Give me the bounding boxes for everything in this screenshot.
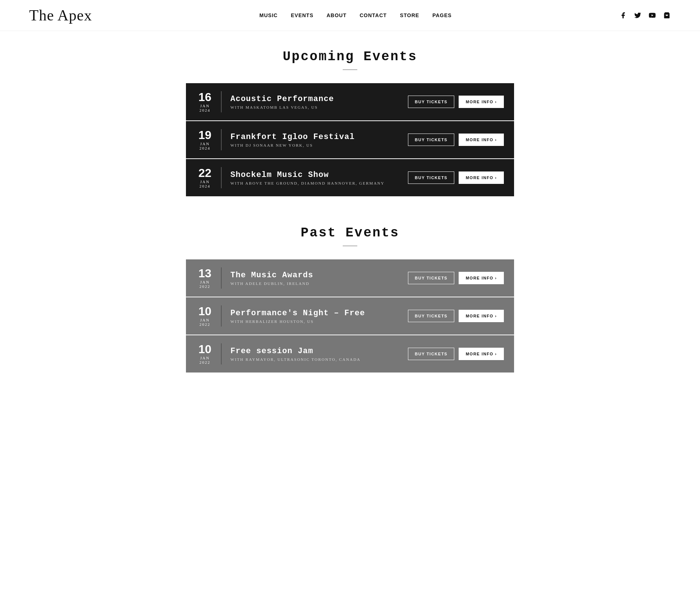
event-row: 22 JAN 2024 Shockelm Music Show WITH ABO… bbox=[186, 159, 514, 196]
more-info-button[interactable]: MORE INFO › bbox=[459, 310, 504, 322]
event-day: 10 bbox=[198, 343, 211, 355]
buy-tickets-button[interactable]: BUY TICKETS bbox=[408, 134, 455, 146]
event-subtitle: WITH ABOVE THE GROUND, DIAMOND HANNOVER,… bbox=[230, 181, 408, 185]
buy-tickets-button[interactable]: BUY TICKETS bbox=[408, 310, 455, 322]
event-title: Acoustic Performance bbox=[230, 94, 408, 104]
event-info: Frankfort Igloo Festival WITH DJ SONAAR … bbox=[230, 132, 408, 147]
nav-item-contact[interactable]: CONTACT bbox=[360, 12, 387, 18]
event-year: 2024 bbox=[199, 108, 210, 112]
more-info-button[interactable]: MORE INFO › bbox=[459, 171, 504, 184]
event-month: JAN bbox=[200, 142, 210, 146]
nav-item-music[interactable]: MUSIC bbox=[260, 12, 278, 18]
event-subtitle: WITH RAYMAYOR, ULTRASONIC TORONTO, CANAD… bbox=[230, 357, 408, 362]
event-subtitle: WITH ADELE DUBLIN, IRELAND bbox=[230, 281, 408, 286]
event-date: 10 JAN 2022 bbox=[196, 343, 222, 364]
event-actions: BUY TICKETS MORE INFO › bbox=[408, 348, 504, 360]
event-year: 2024 bbox=[199, 184, 210, 188]
event-info: Acoustic Performance WITH MASKATOMB LAS … bbox=[230, 94, 408, 109]
event-day: 13 bbox=[198, 267, 211, 279]
event-date: 13 JAN 2022 bbox=[196, 267, 222, 289]
youtube-icon[interactable] bbox=[648, 11, 656, 19]
event-year: 2024 bbox=[199, 146, 210, 150]
event-row: 10 JAN 2022 Performance's Night – Free W… bbox=[186, 297, 514, 335]
event-subtitle: WITH HERBALIZER HOUSTON, US bbox=[230, 319, 408, 324]
past-divider bbox=[343, 246, 357, 246]
event-title: Shockelm Music Show bbox=[230, 170, 408, 180]
event-actions: BUY TICKETS MORE INFO › bbox=[408, 171, 504, 184]
more-info-button[interactable]: MORE INFO › bbox=[459, 272, 504, 284]
event-date: 16 JAN 2024 bbox=[196, 91, 222, 112]
event-info: Shockelm Music Show WITH ABOVE THE GROUN… bbox=[230, 170, 408, 185]
facebook-icon[interactable] bbox=[619, 11, 627, 19]
nav-item-events[interactable]: EVENTS bbox=[291, 12, 314, 18]
buy-tickets-button[interactable]: BUY TICKETS bbox=[408, 348, 455, 360]
event-year: 2022 bbox=[199, 284, 210, 289]
buy-tickets-button[interactable]: BUY TICKETS bbox=[408, 272, 455, 284]
more-info-button[interactable]: MORE INFO › bbox=[459, 348, 504, 360]
event-day: 22 bbox=[198, 167, 211, 179]
event-month: JAN bbox=[200, 180, 210, 184]
event-month: JAN bbox=[200, 104, 210, 108]
main-content: Upcoming Events 16 JAN 2024 Acoustic Per… bbox=[179, 31, 521, 424]
event-subtitle: WITH DJ SONAAR NEW YORK, US bbox=[230, 143, 408, 147]
event-date: 19 JAN 2024 bbox=[196, 129, 222, 150]
past-events-section: Past Events 13 JAN 2022 The Music Awards… bbox=[186, 225, 514, 373]
event-month: JAN bbox=[200, 280, 210, 284]
event-year: 2022 bbox=[199, 322, 210, 327]
event-actions: BUY TICKETS MORE INFO › bbox=[408, 272, 504, 284]
event-info: Free session Jam WITH RAYMAYOR, ULTRASON… bbox=[230, 347, 408, 362]
past-events-title: Past Events bbox=[186, 225, 514, 240]
event-title: Performance's Night – Free bbox=[230, 309, 408, 318]
event-day: 16 bbox=[198, 91, 211, 103]
event-subtitle: WITH MASKATOMB LAS VEGAS, US bbox=[230, 105, 408, 109]
nav-item-store[interactable]: STORE bbox=[400, 12, 419, 18]
event-day: 10 bbox=[198, 305, 211, 317]
nav-item-about[interactable]: ABOUT bbox=[327, 12, 347, 18]
more-info-button[interactable]: MORE INFO › bbox=[459, 96, 504, 108]
event-month: JAN bbox=[200, 318, 210, 322]
cart-icon[interactable] bbox=[663, 11, 671, 19]
main-nav: MUSICEVENTSABOUTCONTACTSTOREPAGES bbox=[260, 12, 452, 18]
event-row: 10 JAN 2022 Free session Jam WITH RAYMAY… bbox=[186, 335, 514, 373]
event-month: JAN bbox=[200, 356, 210, 360]
buy-tickets-button[interactable]: BUY TICKETS bbox=[408, 96, 455, 108]
event-title: The Music Awards bbox=[230, 271, 408, 280]
event-actions: BUY TICKETS MORE INFO › bbox=[408, 96, 504, 108]
event-year: 2022 bbox=[199, 360, 210, 364]
upcoming-divider bbox=[343, 69, 357, 70]
buy-tickets-button[interactable]: BUY TICKETS bbox=[408, 171, 455, 184]
event-title: Free session Jam bbox=[230, 347, 408, 356]
upcoming-events-title: Upcoming Events bbox=[186, 49, 514, 64]
event-info: Performance's Night – Free WITH HERBALIZ… bbox=[230, 309, 408, 324]
event-day: 19 bbox=[198, 129, 211, 141]
upcoming-events-section: Upcoming Events 16 JAN 2024 Acoustic Per… bbox=[186, 49, 514, 196]
event-date: 10 JAN 2022 bbox=[196, 305, 222, 327]
event-title: Frankfort Igloo Festival bbox=[230, 132, 408, 142]
upcoming-events-list: 16 JAN 2024 Acoustic Performance WITH MA… bbox=[186, 83, 514, 196]
event-actions: BUY TICKETS MORE INFO › bbox=[408, 134, 504, 146]
site-header: The Apex MUSICEVENTSABOUTCONTACTSTOREPAG… bbox=[0, 0, 700, 31]
event-date: 22 JAN 2024 bbox=[196, 167, 222, 188]
event-info: The Music Awards WITH ADELE DUBLIN, IREL… bbox=[230, 271, 408, 286]
event-actions: BUY TICKETS MORE INFO › bbox=[408, 310, 504, 322]
twitter-icon[interactable] bbox=[634, 11, 642, 19]
event-row: 19 JAN 2024 Frankfort Igloo Festival WIT… bbox=[186, 121, 514, 159]
nav-item-pages[interactable]: PAGES bbox=[432, 12, 452, 18]
site-logo[interactable]: The Apex bbox=[29, 7, 92, 24]
event-row: 13 JAN 2022 The Music Awards WITH ADELE … bbox=[186, 259, 514, 297]
past-events-list: 13 JAN 2022 The Music Awards WITH ADELE … bbox=[186, 259, 514, 373]
event-row: 16 JAN 2024 Acoustic Performance WITH MA… bbox=[186, 83, 514, 121]
more-info-button[interactable]: MORE INFO › bbox=[459, 134, 504, 146]
social-icons-group bbox=[619, 11, 671, 19]
